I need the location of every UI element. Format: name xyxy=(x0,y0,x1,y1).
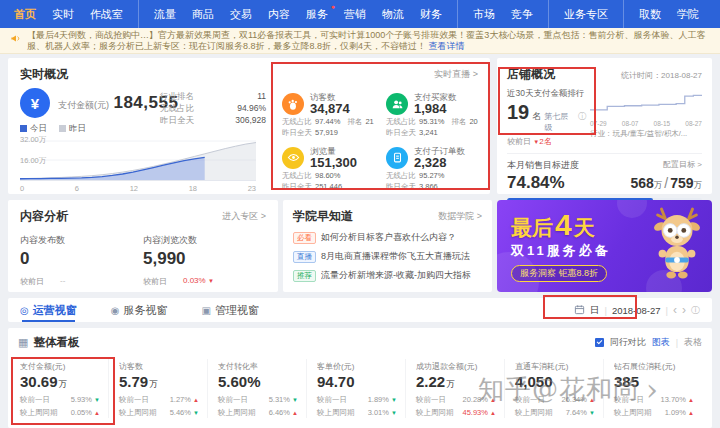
tile-delta-week: 较上周同期 6.46% ▲ xyxy=(218,408,298,418)
academy-item[interactable]: 推荐 流量分析新增来源-收藏-加购四大指标 xyxy=(293,269,482,282)
board-tile[interactable]: 客单价(元) 94.70 较前一日 1.89% ▼ 较上周同期 3.01% ▼ xyxy=(306,359,405,418)
tab-icon: ▣ xyxy=(201,305,210,316)
nav-item[interactable]: 交易 xyxy=(222,0,260,28)
academy-item[interactable]: 必看 如何分析目标客户喜欢什么内容？ xyxy=(293,231,482,244)
nav-item[interactable]: 服务 ● xyxy=(298,0,336,28)
content-stat-delta: 较前日 -- xyxy=(20,276,143,287)
rank-delta-value: ▼2名 xyxy=(533,137,551,146)
academy-item-text: 流量分析新增来源-收藏-加购四大指标 xyxy=(321,269,471,282)
granularity-label[interactable]: 日 xyxy=(590,304,600,317)
goal-percent: 74.84% xyxy=(507,173,565,193)
realtime-metric-card[interactable]: 支付子订单数 2,328 无线占比95.27% 昨日全天3,866 xyxy=(386,146,478,194)
realtime-stats: 行业排名 11 无线占比 94.96% 昨日全天 306,928 xyxy=(160,90,266,126)
y-axis-label-mid: 16.00万 xyxy=(20,156,46,166)
academy-more-link[interactable]: 数据学院 > xyxy=(438,210,482,223)
tile-label: 访客数 xyxy=(119,361,199,372)
legend-yesterday[interactable]: 昨日 xyxy=(59,123,86,135)
prev-date-button[interactable]: ‹ xyxy=(673,304,677,316)
overall-board-panel: ▦ 整体看板 同行对比 图表 | 表格 支付金额(元) 30.69万 较前一日 … xyxy=(8,328,712,428)
board-tile[interactable]: 支付转化率 5.60% 较前一日 5.31% ▼ 较上周同期 6.46% ▲ xyxy=(207,359,306,418)
realtime-metric-card[interactable]: 访客数 34,874 无线占比97.44% 排名21 昨日全天57,919 xyxy=(282,92,374,140)
nav-item[interactable]: 业务专区 xyxy=(556,0,624,28)
notice-detail-link[interactable]: 查看详情 xyxy=(429,41,465,51)
nav-item[interactable]: 物流 xyxy=(374,0,412,28)
x-tick: 0 xyxy=(20,184,24,193)
nav-item[interactable]: 商品 xyxy=(184,0,222,28)
nav-item[interactable]: 学院 xyxy=(669,0,707,28)
tile-label: 客单价(元) xyxy=(317,361,397,372)
nav-item[interactable]: 流量 xyxy=(146,0,184,28)
tile-label: 支付金额(元) xyxy=(20,361,100,372)
tab-label: 运营视窗 xyxy=(33,303,77,318)
academy-panel: 学院早知道 数据学院 > 必看 如何分析目标客户喜欢什么内容？ 直播 8月电商直… xyxy=(283,200,492,292)
realtime-trend-chart: 32.00万 16.00万 xyxy=(20,137,268,183)
promo-banner[interactable]: 最后4天 双11服务必备 服务洞察 钜惠8.8折 xyxy=(497,200,712,292)
rank-label: 近30天支付金额排行 xyxy=(507,88,586,100)
legend-today[interactable]: 今日 xyxy=(20,123,47,135)
board-icon: ▦ xyxy=(18,336,28,349)
calendar-icon[interactable] xyxy=(574,304,585,317)
realtime-overview-panel: 实时概况 实时直播 > ¥ 支付金额(元) 184,555 行业排名 11 无线… xyxy=(8,58,490,194)
nav-item[interactable]: 内容 xyxy=(260,0,298,28)
view-separator: | xyxy=(676,338,678,348)
goal-label: 本月销售目标进度 xyxy=(507,159,579,172)
board-tile[interactable]: 钻石展位消耗(元) 385 较前一日 13.70% ▲ 较上周同期 1.09% … xyxy=(603,359,702,418)
tile-label: 钻石展位消耗(元) xyxy=(614,361,694,372)
content-stat-label: 内容发布数 xyxy=(20,234,143,247)
view-tab[interactable]: ▣ 管理视窗 xyxy=(201,298,258,322)
tile-delta-week: 较上周同期 0.05% ▲ xyxy=(20,408,100,418)
realtime-metric-card[interactable]: 支付买家数 1,984 无线占比95.31% 排名20 昨日全天3,241 xyxy=(386,92,478,140)
rank-x-tick: 07-29 xyxy=(590,120,607,127)
date-value[interactable]: 2018-08-27 xyxy=(612,305,661,316)
board-tile[interactable]: 访客数 5.79万 较前一日 1.27% ▲ 较上周同期 5.46% ▼ xyxy=(108,359,207,418)
view-tabs-bar: ◎ 运营视窗 ◉ 服务视窗 ▣ 管理视窗 日 | 2018-08-27 | ‹ … xyxy=(8,298,712,322)
content-stat: 内容发布数 0 较前日 -- xyxy=(20,234,143,287)
content-stat-label: 内容浏览次数 xyxy=(143,234,266,247)
nav-item[interactable]: 营销 xyxy=(336,0,374,28)
rank-x-tick: 08-07 xyxy=(622,120,639,127)
nav-item[interactable]: 竞争 xyxy=(503,0,549,28)
realtime-metric-card[interactable]: 浏览量 151,300 无线占比98.60% 昨日全天251,446 xyxy=(282,146,374,194)
view-tab[interactable]: ◉ 服务视窗 xyxy=(111,298,168,322)
academy-item-text: 8月电商直播课程带你飞五大直播玩法 xyxy=(321,250,470,263)
table-view-toggle[interactable]: 表格 xyxy=(684,336,702,349)
peer-compare-label[interactable]: 同行对比 xyxy=(610,336,646,349)
content-stats: 内容发布数 0 较前日 -- 内容浏览次数 5,990 较前日 0.03% ▼ xyxy=(20,234,266,287)
nav-item[interactable]: 财务 xyxy=(412,0,458,28)
content-stat-value: 0 xyxy=(20,250,143,268)
academy-title: 学院早知道 xyxy=(293,208,353,225)
content-stat: 内容浏览次数 5,990 较前日 0.03% ▼ xyxy=(143,234,266,287)
date-separator: | xyxy=(666,305,668,316)
payment-amount-label: 支付金额(元) xyxy=(58,100,109,110)
board-tile[interactable]: 成功退款金额(元) 2.22万 较前一日 20.28% ▲ 较上周同期 45.9… xyxy=(405,359,504,418)
realtime-stat-row: 无线占比 94.96% xyxy=(160,102,266,114)
view-tab[interactable]: ◎ 运营视窗 xyxy=(20,298,77,322)
next-date-button[interactable]: › xyxy=(682,304,686,316)
board-tile[interactable]: 直通车消耗(元) 4,050 较前一日 26.34% ▲ 较上周同期 7.64%… xyxy=(504,359,603,418)
tile-delta-day: 较前一日 26.34% ▲ xyxy=(515,395,595,405)
info-icon[interactable]: ⓘ xyxy=(578,111,586,122)
nav-item[interactable]: 实时 xyxy=(44,0,82,28)
academy-item[interactable]: 直播 8月电商直播课程带你飞五大直播玩法 xyxy=(293,250,482,263)
chart-view-toggle[interactable]: 图表 xyxy=(652,336,670,349)
rank-chart-x-labels: 07-29 08-07 08-15 08-27 xyxy=(590,120,702,127)
board-tile[interactable]: 支付金额(元) 30.69万 较前一日 5.93% ▼ 较上周同期 0.05% … xyxy=(18,359,108,418)
enter-zone-link[interactable]: 进入专区 > xyxy=(222,210,266,223)
nav-item-label: 营销 xyxy=(344,8,366,20)
realtime-live-link[interactable]: 实时直播 > xyxy=(434,68,478,81)
rank-trend-chart: 07-29 08-07 08-15 08-27 行业：玩具/童车/益智/积木/.… xyxy=(590,88,702,147)
legend-today-swatch xyxy=(20,125,27,132)
nav-item[interactable]: 作战室 xyxy=(82,0,139,28)
tile-label: 直通车消耗(元) xyxy=(515,361,595,372)
notice-bar: 【最后4天倒数，商战抢购中…】官方最新效果周查，双11必备报表工具，可实时计算1… xyxy=(0,28,720,54)
nav-item[interactable]: 取数 xyxy=(631,0,669,28)
nav-item[interactable]: 首页 xyxy=(6,0,44,28)
academy-items: 必看 如何分析目标客户喜欢什么内容？ 直播 8月电商直播课程带你飞五大直播玩法 … xyxy=(293,231,482,282)
nav-item-label: 内容 xyxy=(268,8,290,20)
metric-icon xyxy=(282,147,304,169)
nav-item[interactable]: 市场 xyxy=(465,0,503,28)
rank-delta-label: 较前日 xyxy=(507,137,531,146)
peer-compare-checkbox[interactable] xyxy=(595,338,604,347)
content-stat-value: 5,990 xyxy=(143,250,266,268)
configure-goal-link[interactable]: 配置目标 > xyxy=(663,159,702,172)
